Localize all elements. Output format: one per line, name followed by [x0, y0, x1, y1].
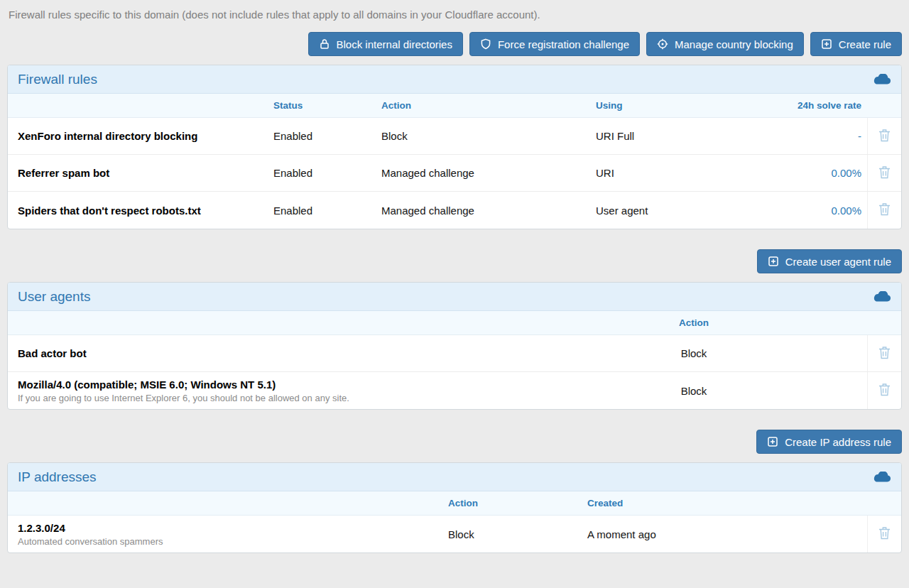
column-header-action: Action	[448, 492, 587, 514]
firewall-rules-panel: Firewall rules Status Action Using 24h s…	[7, 65, 902, 229]
top-toolbar: Block internal directories Force registr…	[7, 32, 902, 56]
user-agents-panel: User agents Action Bad actor bot Block M…	[7, 282, 902, 410]
trash-icon	[878, 165, 891, 181]
button-label: Create rule	[839, 38, 891, 50]
rule-action: Managed challenge	[381, 199, 596, 222]
column-header-name	[18, 317, 526, 329]
delete-rule-button[interactable]	[867, 372, 901, 409]
trash-icon	[878, 202, 891, 218]
create-rule-button[interactable]: Create rule	[810, 32, 902, 56]
table-row: XenForo internal directory blocking Enab…	[8, 118, 901, 155]
button-label: Block internal directories	[337, 38, 452, 50]
button-label: Create user agent rule	[785, 256, 891, 268]
manage-country-blocking-button[interactable]: Manage country blocking	[646, 32, 804, 56]
delete-rule-button[interactable]	[867, 335, 901, 371]
ip-addresses-table-header: Action Created	[8, 491, 901, 516]
panel-title: IP addresses	[18, 469, 97, 485]
user-agent-name: Mozilla/4.0 (compatible; MSIE 6.0; Windo…	[18, 379, 521, 391]
column-header-name	[18, 100, 273, 111]
cloudflare-cloud-icon	[873, 291, 891, 302]
ip-address-name: 1.2.3.0/24	[18, 522, 442, 534]
user-agents-toolbar: Create user agent rule	[7, 249, 902, 273]
plus-square-icon	[767, 436, 778, 447]
plus-square-icon	[768, 256, 779, 267]
user-agent-name: Bad actor bot	[18, 347, 521, 359]
rule-using: User agent	[596, 199, 746, 222]
column-header-delete	[867, 100, 901, 111]
trash-icon	[878, 526, 891, 542]
target-globe-icon	[657, 38, 668, 50]
rule-solve-rate: -	[746, 124, 867, 148]
lock-icon	[319, 38, 330, 50]
rule-status: Enabled	[273, 199, 381, 222]
rule-name: Referrer spam bot	[18, 161, 273, 185]
trash-icon	[878, 346, 891, 361]
rule-name: XenForo internal directory blocking	[18, 124, 273, 148]
block-internal-directories-button[interactable]: Block internal directories	[308, 32, 463, 56]
rule-status: Enabled	[273, 124, 381, 148]
rule-created: A moment ago	[587, 523, 867, 546]
cloudflare-cloud-icon	[873, 472, 891, 482]
delete-rule-button[interactable]	[867, 155, 901, 191]
delete-rule-button[interactable]	[867, 516, 901, 552]
column-header-using: Using	[596, 94, 746, 116]
rule-status: Enabled	[273, 161, 381, 185]
plus-square-icon	[821, 38, 832, 50]
rule-solve-rate: 0.00%	[746, 161, 867, 185]
user-agent-description: If you are going to use Internet Explore…	[18, 393, 521, 403]
column-header-name	[18, 498, 448, 509]
rule-action: Block	[526, 379, 867, 403]
ip-addresses-panel: IP addresses Action Created 1.2.3.0/24 A…	[7, 462, 902, 553]
create-user-agent-rule-button[interactable]: Create user agent rule	[757, 249, 902, 273]
panel-title: User agents	[18, 289, 90, 305]
create-ip-address-rule-button[interactable]: Create IP address rule	[756, 430, 902, 454]
table-row: 1.2.3.0/24 Automated conversation spamme…	[8, 516, 901, 552]
table-row: Referrer spam bot Enabled Managed challe…	[8, 155, 901, 192]
table-row: Spiders that don't respect robots.txt En…	[8, 192, 901, 229]
user-agents-table-header: Action	[8, 311, 901, 335]
trash-icon	[878, 383, 891, 398]
column-header-status: Status	[273, 94, 381, 116]
column-header-created: Created	[587, 492, 867, 514]
button-label: Manage country blocking	[675, 38, 793, 50]
ip-address-description: Automated conversation spammers	[18, 536, 442, 547]
rule-solve-rate: 0.00%	[746, 199, 867, 222]
firewall-rules-table-header: Status Action Using 24h solve rate	[8, 94, 901, 118]
column-header-delete	[867, 498, 901, 509]
rule-using: URI Full	[596, 124, 746, 148]
user-agents-panel-header: User agents	[8, 283, 901, 311]
column-header-solve-rate: 24h solve rate	[746, 94, 867, 116]
column-header-action: Action	[526, 312, 867, 334]
rule-action: Managed challenge	[381, 161, 596, 185]
page-description: Firewall rules specific to this domain (…	[7, 7, 902, 21]
panel-title: Firewall rules	[18, 72, 97, 87]
button-label: Create IP address rule	[785, 436, 891, 448]
column-header-action: Action	[381, 94, 596, 116]
ip-addresses-panel-header: IP addresses	[8, 463, 901, 491]
rule-name: Spiders that don't respect robots.txt	[18, 199, 273, 222]
cloudflare-cloud-icon	[873, 74, 891, 85]
rule-using: URI	[596, 161, 746, 185]
button-label: Force registration challenge	[498, 38, 629, 50]
column-header-delete	[867, 317, 901, 329]
shield-icon	[480, 38, 491, 50]
table-row: Bad actor bot Block	[8, 335, 901, 372]
delete-rule-button[interactable]	[867, 192, 901, 229]
force-registration-challenge-button[interactable]: Force registration challenge	[469, 32, 640, 56]
firewall-rules-panel-header: Firewall rules	[8, 65, 901, 94]
delete-rule-button[interactable]	[867, 118, 901, 154]
ip-addresses-toolbar: Create IP address rule	[7, 430, 902, 454]
trash-icon	[878, 129, 891, 144]
rule-action: Block	[448, 523, 587, 546]
table-row: Mozilla/4.0 (compatible; MSIE 6.0; Windo…	[8, 372, 901, 409]
rule-action: Block	[526, 342, 867, 365]
rule-action: Block	[381, 124, 596, 148]
